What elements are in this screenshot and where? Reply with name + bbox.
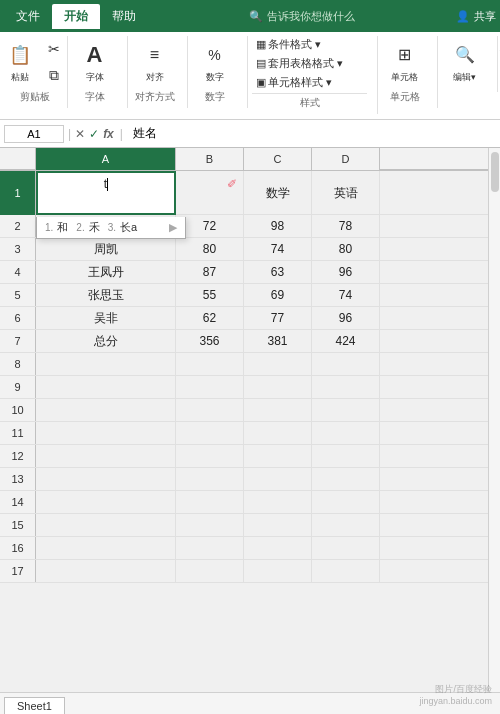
cell-d6[interactable]: 96 (312, 307, 380, 329)
cell-c12[interactable] (244, 445, 312, 467)
cell-c1[interactable]: 数学 (244, 171, 312, 215)
formula-cancel-icon[interactable]: ✕ (75, 127, 85, 141)
cell-d2[interactable]: 78 (312, 215, 380, 237)
alignment-button[interactable]: ≡ 对齐 (137, 36, 173, 88)
col-header-b[interactable]: B (176, 148, 244, 170)
cell-d1[interactable]: 英语 (312, 171, 380, 215)
cell-c8[interactable] (244, 353, 312, 375)
row-num-4[interactable]: 4 (0, 261, 36, 283)
cell-reference-input[interactable] (4, 125, 64, 143)
cell-c5[interactable]: 69 (244, 284, 312, 306)
cell-a7[interactable]: 总分 (36, 330, 176, 352)
cut-button[interactable]: ✂ (40, 38, 68, 60)
cell-a9[interactable] (36, 376, 176, 398)
formula-content[interactable]: 姓名 (129, 123, 496, 144)
font-button[interactable]: A 字体 (77, 36, 113, 88)
cell-b2[interactable]: 72 (176, 215, 244, 237)
cell-b13[interactable] (176, 468, 244, 490)
formula-fx-icon[interactable]: fx (103, 127, 114, 141)
cell-d17[interactable] (312, 560, 380, 582)
cell-a6[interactable]: 吴非 (36, 307, 176, 329)
cell-c17[interactable] (244, 560, 312, 582)
cell-b7[interactable]: 356 (176, 330, 244, 352)
cell-a11[interactable] (36, 422, 176, 444)
cell-d12[interactable] (312, 445, 380, 467)
cell-c14[interactable] (244, 491, 312, 513)
share-button[interactable]: 👤 共享 (456, 9, 496, 24)
number-button[interactable]: % 数字 (197, 36, 233, 88)
row-num-9[interactable]: 9 (0, 376, 36, 398)
row-num-14[interactable]: 14 (0, 491, 36, 513)
scrollbar-thumb[interactable] (491, 152, 499, 192)
table-format-button[interactable]: ▤ 套用表格格式 ▾ (252, 55, 367, 72)
cell-c16[interactable] (244, 537, 312, 559)
cell-b9[interactable] (176, 376, 244, 398)
col-header-c[interactable]: C (244, 148, 312, 170)
row-num-2[interactable]: 2 (0, 215, 36, 237)
cell-a16[interactable] (36, 537, 176, 559)
row-num-16[interactable]: 16 (0, 537, 36, 559)
cell-d10[interactable] (312, 399, 380, 421)
cell-c10[interactable] (244, 399, 312, 421)
conditional-format-button[interactable]: ▦ 条件格式 ▾ (252, 36, 367, 53)
cell-a1[interactable]: t 1. 和 2. 禾 3. 长a ▶ (36, 171, 176, 215)
editing-button[interactable]: 🔍 编辑▾ (447, 36, 483, 88)
cell-a14[interactable] (36, 491, 176, 513)
tab-file[interactable]: 文件 (4, 4, 52, 29)
row-num-15[interactable]: 15 (0, 514, 36, 536)
vertical-scrollbar[interactable] (488, 148, 500, 692)
cell-d15[interactable] (312, 514, 380, 536)
cell-b5[interactable]: 55 (176, 284, 244, 306)
cell-b12[interactable] (176, 445, 244, 467)
cell-b16[interactable] (176, 537, 244, 559)
tab-help[interactable]: 帮助 (100, 4, 148, 29)
autocomplete-item[interactable]: 1. 和 2. 禾 3. 长a ▶ (37, 217, 185, 238)
cell-d13[interactable] (312, 468, 380, 490)
row-num-11[interactable]: 11 (0, 422, 36, 444)
cell-b11[interactable] (176, 422, 244, 444)
cell-b10[interactable] (176, 399, 244, 421)
row-num-1[interactable]: 1 (0, 171, 36, 215)
cell-c3[interactable]: 74 (244, 238, 312, 260)
cell-a5[interactable]: 张思玉 (36, 284, 176, 306)
cell-d9[interactable] (312, 376, 380, 398)
cell-c15[interactable] (244, 514, 312, 536)
row-num-13[interactable]: 13 (0, 468, 36, 490)
cell-b14[interactable] (176, 491, 244, 513)
cell-b6[interactable]: 62 (176, 307, 244, 329)
col-header-d[interactable]: D (312, 148, 380, 170)
cell-d8[interactable] (312, 353, 380, 375)
cell-c13[interactable] (244, 468, 312, 490)
cell-c6[interactable]: 77 (244, 307, 312, 329)
row-num-7[interactable]: 7 (0, 330, 36, 352)
cells-button[interactable]: ⊞ 单元格 (387, 36, 423, 88)
cell-d16[interactable] (312, 537, 380, 559)
cell-b3[interactable]: 80 (176, 238, 244, 260)
cell-d14[interactable] (312, 491, 380, 513)
row-num-8[interactable]: 8 (0, 353, 36, 375)
row-num-17[interactable]: 17 (0, 560, 36, 582)
paste-button[interactable]: 📋 粘贴 (2, 36, 38, 88)
col-header-a[interactable]: A (36, 148, 176, 170)
cell-d4[interactable]: 96 (312, 261, 380, 283)
row-num-3[interactable]: 3 (0, 238, 36, 260)
cell-c9[interactable] (244, 376, 312, 398)
cell-b17[interactable] (176, 560, 244, 582)
row-num-6[interactable]: 6 (0, 307, 36, 329)
cell-c4[interactable]: 63 (244, 261, 312, 283)
cell-b8[interactable] (176, 353, 244, 375)
cell-c11[interactable] (244, 422, 312, 444)
cell-b1[interactable]: ✐ (176, 171, 244, 215)
cell-d11[interactable] (312, 422, 380, 444)
cell-b4[interactable]: 87 (176, 261, 244, 283)
tab-home[interactable]: 开始 (52, 4, 100, 29)
formula-confirm-icon[interactable]: ✓ (89, 127, 99, 141)
cell-a8[interactable] (36, 353, 176, 375)
sheet-tab-1[interactable]: Sheet1 (4, 697, 65, 714)
cell-a4[interactable]: 王凤丹 (36, 261, 176, 283)
row-num-12[interactable]: 12 (0, 445, 36, 467)
cell-style-button[interactable]: ▣ 单元格样式 ▾ (252, 74, 367, 91)
cell-b15[interactable] (176, 514, 244, 536)
cell-a12[interactable] (36, 445, 176, 467)
row-num-10[interactable]: 10 (0, 399, 36, 421)
